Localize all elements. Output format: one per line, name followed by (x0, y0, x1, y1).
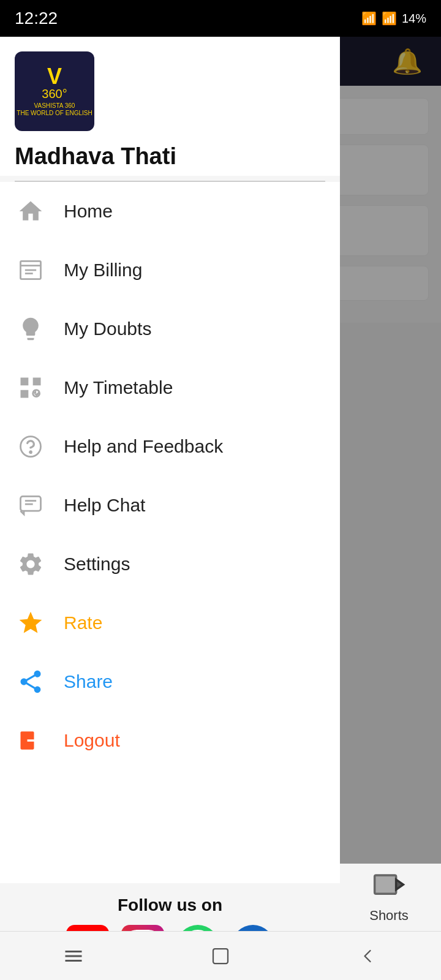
battery-level: 14% (402, 12, 426, 26)
help-icon (15, 431, 47, 462)
billing-icon (15, 254, 47, 286)
sidebar-item-home[interactable]: Home (0, 182, 340, 241)
home-label: Home (64, 201, 113, 222)
logo-v-letter: V (47, 66, 62, 88)
home-icon (15, 195, 47, 227)
status-bar: 12:22 📶 📶 14% (0, 0, 441, 37)
svg-rect-0 (375, 875, 396, 894)
help-feedback-label: Help and Feedback (64, 436, 223, 457)
nav-back-button[interactable] (343, 938, 392, 974)
billing-label: My Billing (64, 260, 142, 281)
sidebar-item-timetable[interactable]: My Timetable (0, 358, 340, 417)
rate-label: Rate (64, 612, 102, 633)
status-icons: 📶 📶 14% (361, 11, 426, 26)
signal-icon: 📶 (382, 11, 397, 26)
shorts-tab[interactable]: Shorts (337, 864, 441, 931)
nav-menu-button[interactable] (49, 938, 98, 974)
doubts-icon (15, 313, 47, 345)
wifi-icon: 📶 (361, 11, 377, 26)
sidebar-item-rate[interactable]: Rate (0, 594, 340, 652)
doubts-label: My Doubts (64, 318, 151, 339)
drawer-overlay[interactable] (337, 37, 441, 980)
logout-icon (15, 725, 47, 756)
status-time: 12:22 (15, 9, 58, 28)
share-icon (15, 666, 47, 698)
sidebar-item-help-feedback[interactable]: Help and Feedback (0, 417, 340, 476)
nav-home-button[interactable] (196, 938, 245, 974)
svg-marker-1 (396, 880, 404, 889)
shorts-icon (372, 871, 406, 905)
settings-icon (15, 548, 47, 580)
sidebar-item-settings[interactable]: Settings (0, 535, 340, 594)
drawer-header: V 360° VASHISTA 360THE WORLD OF ENGLISH (0, 37, 340, 131)
sidebar-item-billing[interactable]: My Billing (0, 241, 340, 300)
app-logo: V 360° VASHISTA 360THE WORLD OF ENGLISH (15, 51, 94, 131)
shorts-label: Shorts (369, 908, 409, 924)
menu-list: Home My Billing My Doubts (0, 182, 340, 884)
bottom-nav (0, 931, 441, 980)
svg-point-8 (30, 451, 32, 453)
sidebar-item-doubts[interactable]: My Doubts (0, 300, 340, 358)
share-label: Share (64, 671, 113, 692)
timetable-label: My Timetable (64, 377, 173, 398)
logo-degree: 360° (42, 88, 67, 100)
star-icon (15, 607, 47, 639)
user-name: Madhava Thati (0, 131, 340, 176)
sidebar-item-help-chat[interactable]: Help Chat (0, 476, 340, 535)
logo-brand-text: VASHISTA 360THE WORLD OF ENGLISH (17, 102, 92, 117)
settings-label: Settings (64, 554, 130, 575)
sidebar-item-logout[interactable]: Logout (0, 711, 340, 770)
logout-label: Logout (64, 730, 120, 751)
timetable-icon (15, 372, 47, 404)
chat-icon (15, 489, 47, 521)
sidebar-item-share[interactable]: Share (0, 652, 340, 711)
help-chat-label: Help Chat (64, 495, 145, 516)
navigation-drawer: V 360° VASHISTA 360THE WORLD OF ENGLISH … (0, 37, 340, 980)
svg-rect-11 (213, 949, 228, 963)
follow-title: Follow us on (15, 895, 325, 915)
